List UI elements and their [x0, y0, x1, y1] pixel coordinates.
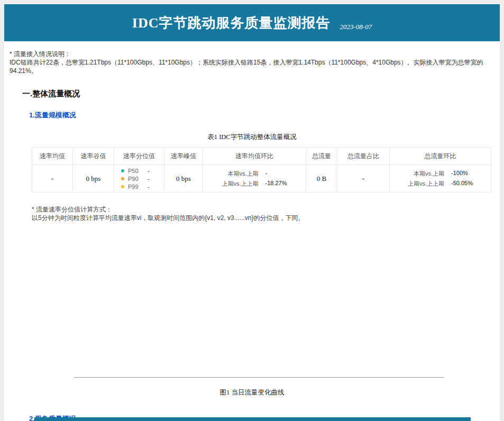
ratio-label: 上期vs.上上期 — [222, 180, 258, 188]
percentile-item: P99 - — [121, 182, 164, 190]
table1-header-rate-percentile: 速率分位值 — [114, 148, 164, 165]
percentile-value: - — [148, 168, 150, 174]
ratio-value: -100% — [451, 170, 473, 178]
table1-header-total: 总流量 — [306, 148, 337, 165]
table1-header-total-share: 总流量占比 — [337, 148, 390, 165]
intro-text: IDC链路共计22条，总带宽1.21Tbps（11*100Gbps、11*10G… — [10, 58, 492, 75]
cell-rate-avg-ratio: 本期vs.上期 - 上期vs.上上期 -18.27% — [203, 165, 306, 193]
percentile-value: - — [148, 176, 150, 182]
table2-header-strip — [34, 417, 471, 421]
table1-header-row: 速率均值 速率谷值 速率分位值 速率峰值 速率均值环比 总流量 总流量占比 总流… — [32, 148, 491, 165]
table1-header-rate-valley: 速率谷值 — [73, 148, 114, 165]
percentile-item: P50 - — [121, 167, 164, 175]
percentile-note-label: * 流量速率分位值计算方式： — [32, 205, 500, 214]
table1-header-rate-peak: 速率峰值 — [164, 148, 203, 165]
cell-rate-percentiles: P50 - P90 - P99 - — [114, 165, 164, 193]
ratio-value: - — [265, 170, 287, 178]
ratio-value: -50.05% — [451, 180, 473, 188]
percentile-dot-p99 — [121, 185, 124, 188]
table1-header-rate-avg-ratio: 速率均值环比 — [203, 148, 306, 165]
intro-note: * 流量接入情况说明： IDC链路共计22条，总带宽1.21Tbps（11*10… — [4, 41, 500, 75]
ratio-block: 本期vs.上期 - 上期vs.上上期 -18.27% — [222, 170, 287, 188]
table1-header-total-ratio: 总流量环比 — [390, 148, 491, 165]
cell-total: 0 B — [306, 165, 337, 193]
report-header: IDC字节跳动服务质量监测报告 2023-08-07 — [4, 4, 500, 41]
table1-header-rate-avg: 速率均值 — [32, 148, 73, 165]
report-date: 2023-08-07 — [340, 23, 372, 31]
cell-total-share: - — [337, 165, 390, 193]
ratio-value: -18.27% — [265, 180, 287, 188]
report-title: IDC字节跳动服务质量监测报告 — [132, 14, 331, 32]
cell-total-ratio: 本期vs.上期 -100% 上期vs.上上期 -50.05% — [390, 165, 491, 193]
percentile-name: P99 — [128, 184, 144, 190]
section1-title: 一.整体流量概况 — [22, 89, 500, 99]
cell-rate-avg: - — [32, 165, 73, 193]
percentile-item: P90 - — [121, 175, 164, 182]
percentile-dot-p90 — [121, 177, 124, 180]
table1-caption: 表1 IDC字节跳动整体流量概况 — [4, 133, 500, 142]
percentile-name: P50 — [128, 168, 144, 174]
cell-rate-valley: 0 bps — [73, 165, 114, 193]
ratio-label: 上期vs.上上期 — [408, 180, 444, 188]
percentile-dot-p50 — [121, 169, 124, 172]
percentile-name: P90 — [128, 176, 144, 182]
table1-row: - 0 bps P50 - P90 - P99 — [32, 165, 491, 193]
ratio-label: 本期vs.上期 — [222, 170, 258, 178]
figure1-caption: 图1 当日流量变化曲线 — [4, 388, 500, 397]
percentile-note-text: 以5分钟为时间粒度计算平均流量速率vi，取观测时间范围内的{v1, v2, v3… — [32, 214, 500, 222]
percentile-value: - — [148, 184, 150, 190]
intro-label: * 流量接入情况说明： — [10, 50, 492, 58]
report-page: IDC字节跳动服务质量监测报告 2023-08-07 * 流量接入情况说明： I… — [4, 4, 500, 421]
table1: 速率均值 速率谷值 速率分位值 速率峰值 速率均值环比 总流量 总流量占比 总流… — [32, 147, 491, 193]
ratio-block: 本期vs.上期 -100% 上期vs.上上期 -50.05% — [408, 170, 473, 188]
cell-rate-peak: 0 bps — [164, 165, 203, 193]
ratio-label: 本期vs.上期 — [408, 170, 444, 178]
subsection1-title: 1.流量规模概况 — [29, 111, 500, 120]
percentile-note: * 流量速率分位值计算方式： 以5分钟为时间粒度计算平均流量速率vi，取观测时间… — [32, 205, 500, 222]
chart-axis-line — [74, 377, 444, 378]
figure1-chart — [4, 231, 500, 378]
